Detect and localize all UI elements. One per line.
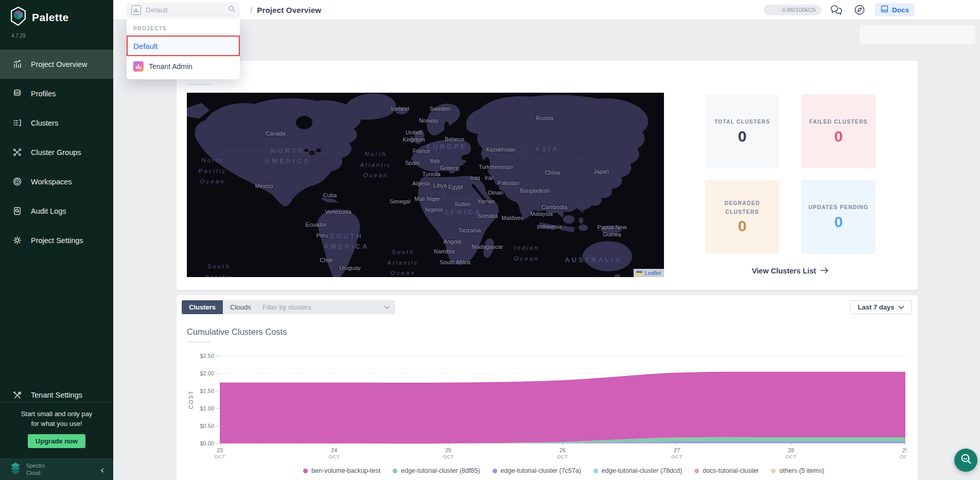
- sidebar-item-label: Profiles: [31, 90, 56, 98]
- promo-text: Start small and only pay for what you us…: [0, 409, 113, 429]
- costs-card: ClustersClouds Filter by clusters Last 7…: [177, 295, 918, 480]
- overview-icon: [12, 59, 22, 70]
- clusters-icon: [12, 118, 22, 128]
- spectro-cloud-brand: Spectro Cloud: [9, 462, 45, 477]
- project-chart-icon: [131, 5, 141, 15]
- sidebar-item-profiles[interactable]: Profiles: [0, 79, 113, 108]
- legend-dot: [303, 469, 308, 473]
- legend-item-edge-tutorial-cluster-8df85: edge-tutorial-cluster (8df85): [393, 467, 480, 474]
- svg-text:OCT: OCT: [328, 454, 340, 459]
- project-selector-value: Default: [146, 6, 228, 14]
- svg-text:$2.00: $2.00: [200, 370, 214, 376]
- sidebar-footer: Spectro Cloud ‹: [0, 458, 113, 480]
- top-bar: Default / Project Overview 0.86/100kCh: [113, 0, 980, 20]
- view-clusters-list-label: View Clusters List: [752, 267, 816, 275]
- leaflet-attribution[interactable]: Leaflet: [634, 269, 664, 277]
- project-dropdown: PROJECTS DefaultTenant Admin: [127, 19, 240, 79]
- stat-value: 0: [834, 213, 843, 231]
- legend-item-docs-tutorial-cluster: docs-tutorial-cluster: [694, 467, 759, 474]
- chevron-down-icon: [384, 303, 390, 311]
- legend-label: edge-tutorial-cluster (78dcd): [602, 467, 682, 474]
- sidebar-item-project-settings[interactable]: Project Settings: [0, 226, 113, 255]
- svg-text:COST: COST: [188, 390, 194, 409]
- upgrade-promo: Start small and only pay for what you us…: [0, 402, 113, 448]
- legend-dot: [771, 469, 776, 473]
- stat-failed-clusters: FAILED CLUSTERS0: [801, 94, 876, 168]
- book-icon: [881, 5, 888, 14]
- app-logo[interactable]: Palette: [10, 7, 69, 28]
- svg-text:25: 25: [445, 447, 451, 453]
- upgrade-now-button[interactable]: Upgrade now: [28, 434, 85, 448]
- sidebar-item-workspaces[interactable]: Workspaces: [0, 167, 113, 196]
- sidebar-nav: Project OverviewProfilesClustersCluster …: [0, 49, 113, 255]
- settings-icon: [12, 235, 22, 246]
- svg-text:29: 29: [902, 447, 906, 453]
- sidebar-item-clusters[interactable]: Clusters: [0, 108, 113, 138]
- dropdown-item-tenant-admin[interactable]: Tenant Admin: [127, 56, 240, 77]
- app-name: Palette: [32, 11, 69, 24]
- tools-icon: [12, 390, 22, 400]
- svg-text:28: 28: [788, 447, 794, 453]
- svg-text:23: 23: [217, 447, 223, 453]
- tab-clusters[interactable]: Clusters: [182, 300, 223, 314]
- sidebar-item-label: Cluster Groups: [31, 148, 81, 157]
- tenant-settings-label: Tenant Settings: [31, 391, 82, 399]
- page-title: Project Overview: [257, 6, 321, 14]
- sidebar-item-label: Audit Logs: [31, 207, 66, 215]
- date-range-value: Last 7 days: [858, 303, 895, 311]
- view-clusters-list-link[interactable]: View Clusters List: [705, 267, 876, 275]
- legend-item-ben-volume-backup-test: ben-volume-backup-test: [303, 467, 380, 474]
- svg-text:$1.00: $1.00: [200, 405, 214, 412]
- legend-label: ben-volume-backup-test: [311, 467, 380, 474]
- ukraine-flag-icon: [636, 271, 642, 275]
- legend-label: docs-tutorial-cluster: [703, 467, 759, 474]
- world-map-svg: [187, 93, 664, 277]
- brand-name: Spectro Cloud: [26, 462, 45, 476]
- stat-label: TOTAL CLUSTERS: [714, 117, 771, 126]
- dropdown-item-default[interactable]: Default: [127, 36, 240, 56]
- cluster-stats: TOTAL CLUSTERS0FAILED CLUSTERS0DEGRADED …: [705, 94, 876, 254]
- legend-item-edge-tutorial-cluster-78dcd: edge-tutorial-cluster (78dcd): [593, 467, 682, 474]
- legend-label: edge-tutorial-cluster (7c57a): [501, 467, 581, 474]
- collapse-sidebar-icon[interactable]: ‹: [101, 465, 104, 474]
- support-chat-launcher[interactable]: [954, 449, 977, 472]
- filter-input[interactable]: Filter by clusters: [257, 300, 395, 314]
- dropdown-item-label: Tenant Admin: [149, 62, 192, 71]
- legend-label: others (5 items): [779, 467, 824, 474]
- svg-text:27: 27: [674, 447, 680, 453]
- chat-bubbles-icon[interactable]: [830, 3, 844, 17]
- sidebar-item-cluster-groups[interactable]: Cluster Groups: [0, 138, 113, 167]
- legend-label: edge-tutorial-cluster (8df85): [401, 467, 480, 474]
- cluster-groups-icon: [12, 147, 22, 158]
- costs-tabs: ClustersClouds: [182, 300, 258, 314]
- clusters-card: Clusters: [177, 61, 918, 290]
- svg-text:OCT: OCT: [671, 454, 682, 459]
- chart-title: Cumulative Clusters Costs: [187, 327, 287, 342]
- costs-chart-svg: $0.00$0.50$1.00$1.50$2.00$2.5023OCT24OCT…: [186, 353, 906, 462]
- leaflet-attribution-label: Leaflet: [644, 270, 661, 276]
- tab-clouds[interactable]: Clouds: [223, 300, 258, 314]
- usage-badge: 0.86/100kCh: [764, 5, 821, 15]
- world-map[interactable]: IcelandCanadaSwedenNorwayRussiaUnited Ki…: [187, 93, 664, 277]
- project-selector[interactable]: Default: [127, 3, 240, 17]
- date-range-select[interactable]: Last 7 days: [850, 300, 912, 314]
- svg-text:$0.00: $0.00: [200, 440, 214, 447]
- dropdown-item-label: Default: [133, 42, 158, 50]
- breadcrumb-separator: /: [250, 6, 252, 14]
- sidebar-item-label: Clusters: [31, 119, 58, 127]
- audit-logs-icon: [12, 206, 22, 216]
- sidebar-item-label: Project Settings: [31, 236, 83, 245]
- svg-text:OCT: OCT: [900, 454, 906, 459]
- help-compass-icon[interactable]: [852, 3, 867, 17]
- svg-text:OCT: OCT: [557, 454, 568, 459]
- stat-label: DEGRADED CLUSTERS: [710, 199, 774, 216]
- svg-text:$0.50: $0.50: [200, 423, 214, 429]
- docs-button[interactable]: Docs: [875, 3, 915, 16]
- workspaces-icon: [12, 177, 22, 187]
- svg-text:OCT: OCT: [214, 454, 225, 459]
- sidebar-item-audit-logs[interactable]: Audit Logs: [0, 196, 113, 226]
- chart-legend: ben-volume-backup-testedge-tutorial-clus…: [221, 467, 906, 474]
- sidebar-item-project-overview[interactable]: Project Overview: [0, 49, 113, 79]
- palette-dashboard: Palette 4.7.29 Project OverviewProfilesC…: [0, 0, 980, 480]
- app-version: 4.7.29: [11, 33, 26, 39]
